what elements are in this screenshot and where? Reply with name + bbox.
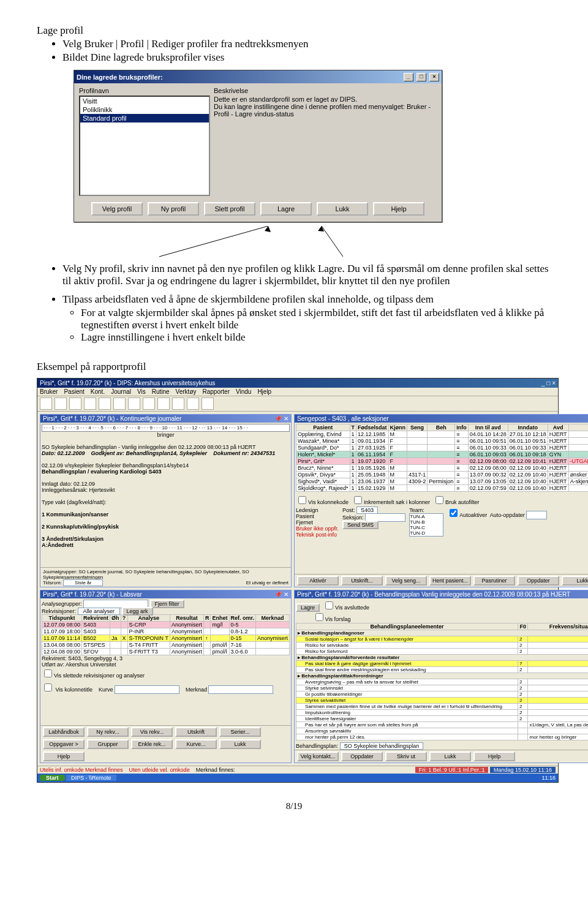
table-header[interactable]: Rekvirent xyxy=(82,615,110,622)
slett-profil-button[interactable]: Slett profil xyxy=(204,202,255,216)
table-row[interactable]: Sammen med pasienten finne ut de hvilke … xyxy=(296,704,588,710)
menu-item[interactable]: Rutine xyxy=(152,388,170,395)
table-row[interactable]: Brucz*, Ninne*119.05.1926M≡02.12.09 08:0… xyxy=(296,465,588,472)
table-header[interactable]: ? xyxy=(121,615,127,622)
pane-button[interactable]: Ny rekv... xyxy=(87,727,129,737)
pane-button[interactable]: Utskrift... xyxy=(341,576,383,586)
table-row[interactable]: Sundgaard*, Do*127.03.1925F≡06.01.10 09:… xyxy=(296,445,588,451)
pane-button[interactable]: Oppgaver > xyxy=(43,739,85,749)
close-icon[interactable]: × xyxy=(429,73,439,81)
pane-button[interactable]: Kurve... xyxy=(175,739,217,749)
profile-listbox[interactable]: VisittPoliklinikkStandard profil xyxy=(79,96,210,196)
ny-profil-button[interactable]: Ny profil xyxy=(148,202,199,216)
pane-button[interactable]: Utskrift xyxy=(175,727,217,737)
menu-item[interactable]: Journal xyxy=(111,388,131,395)
pane-button[interactable]: Oppdater xyxy=(518,576,559,586)
app-titlebar[interactable]: Pirsi*, Grit* f. 19.07.20* (k) - DIPS: A… xyxy=(37,379,558,388)
group-header[interactable]: ▸ Behandlingsplandiagnoser xyxy=(296,630,588,636)
toolbar-icon[interactable] xyxy=(172,397,184,410)
table-header[interactable]: Tidspunkt xyxy=(42,615,82,622)
velg-profil-button[interactable]: Velg profil xyxy=(91,202,143,216)
table-row[interactable]: Sighovd*, Vaidi*123.06.1937M4309-2Permis… xyxy=(296,478,588,485)
table-row[interactable]: Impulskontrolltrening202.12.09Aktivt xyxy=(296,710,588,716)
pane-button[interactable]: Hjelp xyxy=(473,752,515,761)
fjern-filter-button[interactable]: Fjern filter xyxy=(150,600,184,608)
table-row[interactable]: 12.07.09 08:00S403S-CRPAnonymisertmg/l0-… xyxy=(42,622,290,628)
toolbar-icon[interactable] xyxy=(187,397,199,410)
table-header[interactable]: Info xyxy=(455,424,469,431)
table-row[interactable]: 11.07.09 18:00S403P-INRAnonymisert0.8-1.… xyxy=(42,628,290,635)
toolbar-icon[interactable] xyxy=(99,397,111,410)
tidsrom-select[interactable]: Siste år xyxy=(63,579,103,586)
pane-button[interactable]: Velg seng... xyxy=(385,576,427,586)
toolbar-icon[interactable] xyxy=(69,397,81,410)
table-row[interactable]: Ansorimgs søvnakitiv02.12.09Aktivt xyxy=(296,728,588,734)
send-sms-button[interactable]: Send SMS xyxy=(342,521,379,529)
toolbar-icon[interactable] xyxy=(143,397,155,410)
app-close-icon[interactable]: _ □ × xyxy=(541,380,556,386)
table-header[interactable]: Resultat xyxy=(170,615,203,622)
profile-list-item[interactable]: Standard profil xyxy=(80,114,209,122)
team-option[interactable]: TUN-A xyxy=(410,514,443,519)
table-row[interactable]: Holen*, Mickel*106.11.1954F≡06.01.10 09:… xyxy=(296,451,588,458)
table-row[interactable]: Gi positiv tilbakemeldinger202.12.0902.1… xyxy=(296,691,588,698)
rekv-select[interactable]: Alle analyser xyxy=(78,608,121,615)
menu-item[interactable]: Kont. xyxy=(91,388,105,395)
team-option[interactable]: TUN-C xyxy=(410,525,443,530)
pane-pin-icon[interactable]: 📌 ✕ xyxy=(274,591,288,598)
menu-item[interactable]: Rapporter xyxy=(203,388,230,395)
table-header[interactable]: Ref. omr. xyxy=(229,615,256,622)
pane-button[interactable]: Lukk xyxy=(219,739,261,749)
table-row[interactable]: Risiko for Selvmord202.12.09Aktivt xyxy=(296,649,588,655)
vis-forslag-checkbox[interactable] xyxy=(315,613,323,621)
taskbar-app-button[interactable]: DIPS - \\Remote xyxy=(66,775,116,781)
sengepost-table[interactable]: PasientTFødselsdatKjønnSengBehInfoInn ti… xyxy=(296,424,588,492)
group-header[interactable]: ▸ Behandlingsplanmål/forventede resultat… xyxy=(296,655,588,661)
pane-button[interactable]: Serier... xyxy=(219,727,261,737)
maximize-icon[interactable]: □ xyxy=(417,73,426,81)
table-header[interactable]: F0 xyxy=(518,623,528,630)
vis-kolonnekode-checkbox[interactable] xyxy=(298,496,306,504)
table-header[interactable]: Pasient xyxy=(296,424,350,431)
merknad-input[interactable] xyxy=(208,685,273,694)
profile-list-item[interactable]: Visitt xyxy=(80,97,209,105)
table-header[interactable]: Seng xyxy=(407,424,428,431)
table-row[interactable]: Styrke selvinnsikt202.12.09Aktivt xyxy=(296,685,588,691)
ink-sok-checkbox[interactable] xyxy=(354,496,362,504)
labsvar-table[interactable]: TidspunktRekvirentØh?AnalyseResultatREnh… xyxy=(42,614,290,655)
table-header[interactable]: Beh xyxy=(428,424,455,431)
kurve-input[interactable] xyxy=(115,685,179,694)
autoopp-input[interactable] xyxy=(526,511,547,519)
table-header[interactable]: Enhet xyxy=(211,615,229,622)
group-header[interactable]: ▸ Behandlingsplantiltak/forordninger xyxy=(296,673,588,679)
table-row[interactable]: Pas skal finne andre mestringsstragien e… xyxy=(296,667,588,673)
team-option[interactable]: TUN-B xyxy=(410,519,443,525)
toolbar[interactable] xyxy=(37,396,558,412)
menu-bar[interactable]: BrukerPasientKont.JournalVisRutineVerktø… xyxy=(37,388,558,396)
dialog-titlebar[interactable]: Dine lagrede bruksprofiler: _ □ × xyxy=(74,70,442,83)
pane-button[interactable]: Hent pasient... xyxy=(429,576,471,586)
table-row[interactable]: Pirsi*, Grit*119.07.1920F≡02.12.09 08:00… xyxy=(296,458,588,465)
table-row[interactable]: Skjoldkrog*, Rajeed*115.02.1929M≡02.12.0… xyxy=(296,485,588,492)
pane-button[interactable]: Lukk xyxy=(562,576,588,586)
vis-slettede-checkbox[interactable] xyxy=(44,669,52,677)
table-row[interactable]: Avvergingsøving – pas må selv ta ansvar … xyxy=(296,679,588,685)
team-listbox[interactable]: TUN-ATUN-BTUN-CTUN-D xyxy=(409,513,443,537)
bp-select[interactable]: SO Sykepleie behandlingsplan xyxy=(340,742,424,750)
toolbar-icon[interactable] xyxy=(113,397,126,410)
table-row[interactable]: Pas har et sår på høyre arm som må stell… xyxy=(296,722,588,728)
toolbar-icon[interactable] xyxy=(40,397,52,410)
bruk-autofilter-checkbox[interactable] xyxy=(435,496,443,504)
legg-ark-button[interactable]: Legg ark xyxy=(122,607,153,616)
table-row[interactable]: Opplæring, Eivind112.12.1985M≡04.01.10 1… xyxy=(296,431,588,438)
vis-kolonnetitle-checkbox[interactable] xyxy=(44,684,52,691)
pane-button[interactable]: Enkle rek... xyxy=(131,739,173,749)
table-row[interactable]: Pas skal klare å gøre daglige gjøremål i… xyxy=(296,661,588,667)
lukk-button[interactable]: Lukk xyxy=(317,202,368,216)
table-header[interactable]: Øh xyxy=(110,615,121,622)
profile-list-item[interactable]: Poliklinikk xyxy=(80,105,209,114)
table-header[interactable]: Behandlingsplaneelementer xyxy=(296,623,518,630)
lagre-button[interactable]: Lagre xyxy=(260,202,312,216)
table-header[interactable]: R xyxy=(203,615,211,622)
pane-button[interactable]: Labhåndbok xyxy=(43,727,85,737)
